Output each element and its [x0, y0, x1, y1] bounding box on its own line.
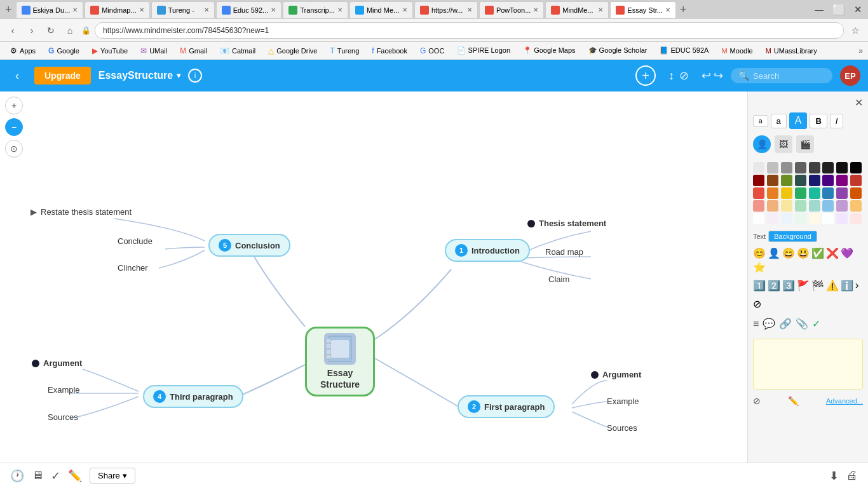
zoom-out-button[interactable]: −	[5, 118, 23, 136]
color-swatch[interactable]	[753, 162, 764, 173]
bookmark-spire[interactable]: 📄 SPIRE Logon	[452, 44, 515, 58]
tab-mindme1[interactable]: Mind Me... ✕	[349, 1, 413, 18]
bold-btn[interactable]: B	[810, 114, 827, 128]
tab-https[interactable]: https://w... ✕	[414, 1, 478, 18]
color-swatch[interactable]	[753, 187, 764, 199]
window-minimize[interactable]: —	[811, 4, 827, 15]
color-swatch[interactable]	[836, 162, 848, 173]
first-paragraph-node[interactable]: 2 First paragraph	[458, 395, 555, 418]
bookmark-moodle[interactable]: M Moodle	[716, 44, 757, 58]
tab-close[interactable]: ✕	[533, 6, 538, 13]
color-swatch[interactable]	[767, 187, 778, 199]
color-swatch[interactable]	[767, 213, 778, 224]
background-toggle-btn[interactable]: Background	[768, 231, 817, 242]
color-swatch[interactable]	[795, 162, 806, 173]
example-left-node[interactable]: Example	[48, 385, 80, 395]
note-clip-icon[interactable]: 📎	[796, 318, 808, 330]
bookmark-educ592a[interactable]: 📘 EDUC 592A	[654, 44, 714, 58]
thesis-node[interactable]: Thesis statement	[527, 219, 606, 228]
color-swatch[interactable]	[781, 200, 792, 212]
tab-close[interactable]: ✕	[204, 6, 209, 13]
bookmark-facebook[interactable]: f Facebook	[367, 44, 412, 58]
bookmark-youtube[interactable]: ▶ YouTube	[87, 44, 133, 58]
color-swatch[interactable]	[836, 200, 848, 212]
window-close[interactable]: ✕	[850, 4, 865, 15]
tab-close[interactable]: ✕	[72, 6, 78, 13]
color-swatch[interactable]	[781, 213, 792, 224]
emoji-circle[interactable]: ⊘	[753, 298, 761, 310]
search-box[interactable]: 🔍	[731, 68, 832, 83]
color-swatch[interactable]	[795, 200, 806, 212]
color-swatch[interactable]	[850, 200, 862, 212]
add-node-button[interactable]: +	[635, 65, 656, 86]
nav-refresh[interactable]: ↻	[43, 23, 58, 38]
tab-tureng[interactable]: Tureng - ✕	[151, 1, 215, 18]
color-swatch[interactable]	[822, 162, 834, 173]
bookmark-maps[interactable]: 📍 Google Maps	[518, 44, 580, 58]
emoji-2[interactable]: 2️⃣	[768, 280, 780, 292]
new-tab-right[interactable]: +	[677, 3, 689, 17]
color-swatch[interactable]	[767, 200, 778, 212]
advanced-link[interactable]: Advanced...	[826, 397, 863, 405]
emoji-greenflag[interactable]: 🏁	[811, 280, 824, 292]
emoji-info[interactable]: ℹ️	[841, 280, 853, 292]
emoji-x[interactable]: ❌	[826, 247, 839, 259]
tab-eskiya[interactable]: Eskiya Du... ✕	[16, 1, 84, 18]
color-swatch[interactable]	[836, 213, 848, 224]
emoji-person[interactable]: 👤	[768, 247, 780, 259]
print-icon[interactable]: 🖨	[846, 469, 858, 482]
color-swatch[interactable]	[795, 213, 806, 224]
tab-mindmap[interactable]: Mindmap... ✕	[85, 1, 149, 18]
sources-right-node[interactable]: Sources	[595, 423, 637, 433]
font-small-btn[interactable]: a	[753, 115, 768, 127]
note-check-icon[interactable]: ✓	[812, 318, 820, 330]
upgrade-button[interactable]: Upgrade	[34, 67, 91, 85]
bookmark-umail[interactable]: ✉ UMail	[135, 44, 172, 58]
color-swatch[interactable]	[850, 175, 862, 186]
download-icon[interactable]: ⬇	[829, 469, 839, 483]
center-map-button[interactable]: ⊙	[5, 140, 23, 158]
color-swatch[interactable]	[850, 187, 862, 199]
emoji-smile[interactable]: 😊	[753, 247, 766, 259]
nav-home[interactable]: ⌂	[62, 23, 78, 38]
note-bubble-icon[interactable]: 💬	[763, 318, 775, 330]
emoji-star[interactable]: ⭐	[753, 261, 766, 273]
history-icon[interactable]: 🕐	[10, 469, 24, 483]
font-large-btn[interactable]: A	[789, 112, 808, 129]
conclude-node[interactable]: Conclude	[118, 236, 153, 246]
color-swatch[interactable]	[781, 162, 792, 173]
color-swatch[interactable]	[753, 175, 764, 186]
emoji-3[interactable]: 3️⃣	[782, 280, 795, 292]
nav-back[interactable]: ‹	[5, 23, 20, 38]
video-icon[interactable]: 🎬	[796, 135, 814, 153]
note-area[interactable]	[753, 339, 863, 390]
argument-right-node[interactable]: Argument	[591, 370, 641, 379]
tab-close[interactable]: ✕	[598, 6, 603, 13]
tab-essay[interactable]: Essay Str... ✕	[610, 1, 676, 18]
bookmark-tureng[interactable]: T Tureng	[325, 44, 365, 58]
bookmark-star[interactable]: ☆	[848, 23, 863, 38]
color-swatch[interactable]	[822, 175, 834, 186]
address-input[interactable]	[95, 22, 844, 39]
new-tab-left[interactable]: +	[3, 3, 15, 17]
restate-node[interactable]: ▶ Restate thesis statement	[31, 207, 132, 217]
third-paragraph-node[interactable]: 4 Third paragraph	[143, 385, 243, 408]
image-icon[interactable]: 🖼	[775, 135, 792, 153]
title-dropdown-arrow[interactable]: ▾	[177, 71, 180, 80]
note-link-icon[interactable]: 🔗	[779, 318, 792, 330]
tab-powtoon[interactable]: PowToon... ✕	[479, 1, 544, 18]
bookmark-gdrive[interactable]: △ Google Drive	[263, 44, 322, 58]
tab-transcript[interactable]: Transcrip... ✕	[283, 1, 348, 18]
person-icon[interactable]: 👤	[753, 135, 771, 153]
color-swatch[interactable]	[795, 187, 806, 199]
color-swatch[interactable]	[822, 200, 834, 212]
tab-close[interactable]: ✕	[337, 6, 342, 13]
tab-close[interactable]: ✕	[467, 6, 472, 13]
argument-left-node[interactable]: Argument	[32, 358, 82, 368]
example-right-node[interactable]: Example	[595, 396, 639, 406]
roadmap-node[interactable]: Road map	[534, 247, 583, 257]
tab-close[interactable]: ✕	[139, 6, 144, 13]
tasks-icon[interactable]: ✓	[51, 469, 60, 483]
tab-close[interactable]: ✕	[271, 6, 276, 13]
color-swatch[interactable]	[795, 175, 806, 186]
